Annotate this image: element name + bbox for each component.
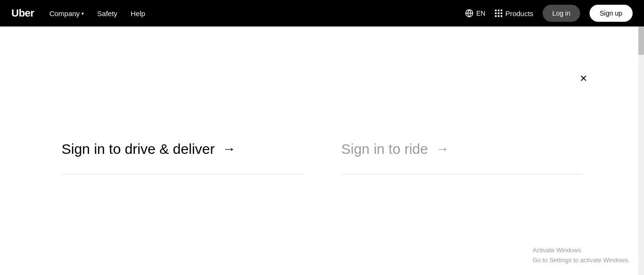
nav-link-safety[interactable]: Safety — [97, 9, 117, 18]
lang-label: EN — [476, 9, 485, 17]
products-label: Products — [505, 9, 533, 18]
login-button[interactable]: Log in — [543, 5, 580, 22]
activate-windows-watermark: Activate Windows Go to Settings to activ… — [533, 246, 630, 266]
chevron-down-icon: ▾ — [81, 11, 84, 16]
safety-label: Safety — [97, 9, 117, 18]
signin-drive-label: Sign in to drive & deliver — [62, 141, 215, 157]
grid-icon — [495, 9, 502, 17]
signin-drive-arrow: → — [223, 141, 236, 156]
signin-drive-option[interactable]: Sign in to drive & deliver → — [62, 141, 303, 174]
signin-ride-text: Sign in to ride → — [341, 141, 583, 157]
signin-ride-arrow: → — [436, 141, 449, 156]
navbar: Uber Company ▾ Safety Help EN — [0, 0, 644, 27]
signup-button[interactable]: Sign up — [590, 5, 633, 22]
nav-link-help[interactable]: Help — [131, 9, 145, 18]
signin-options: Sign in to drive & deliver → Sign in to … — [62, 141, 582, 174]
signin-ride-label: Sign in to ride — [341, 141, 428, 157]
language-selector[interactable]: EN — [465, 9, 485, 18]
activate-windows-line2: Go to Settings to activate Windows. — [533, 256, 630, 266]
globe-icon — [465, 9, 474, 18]
vertical-divider — [322, 146, 322, 174]
scrollbar-track[interactable] — [638, 27, 644, 275]
navbar-left: Uber Company ▾ Safety Help — [11, 7, 145, 19]
nav-links: Company ▾ Safety Help — [49, 9, 145, 18]
scrollbar-thumb[interactable] — [638, 27, 644, 55]
signin-drive-text: Sign in to drive & deliver → — [62, 141, 303, 157]
company-label: Company — [49, 9, 80, 18]
help-label: Help — [131, 9, 145, 18]
products-link[interactable]: Products — [495, 9, 533, 18]
nav-link-company[interactable]: Company ▾ — [49, 9, 84, 18]
uber-logo[interactable]: Uber — [11, 7, 34, 19]
main-content: × Sign in to drive & deliver → Sign in t… — [0, 27, 644, 275]
signin-ride-option[interactable]: Sign in to ride → — [341, 141, 583, 174]
close-button[interactable]: × — [580, 72, 587, 84]
navbar-right: EN Products Log in Sign up — [465, 5, 633, 22]
activate-windows-line1: Activate Windows — [533, 246, 630, 256]
